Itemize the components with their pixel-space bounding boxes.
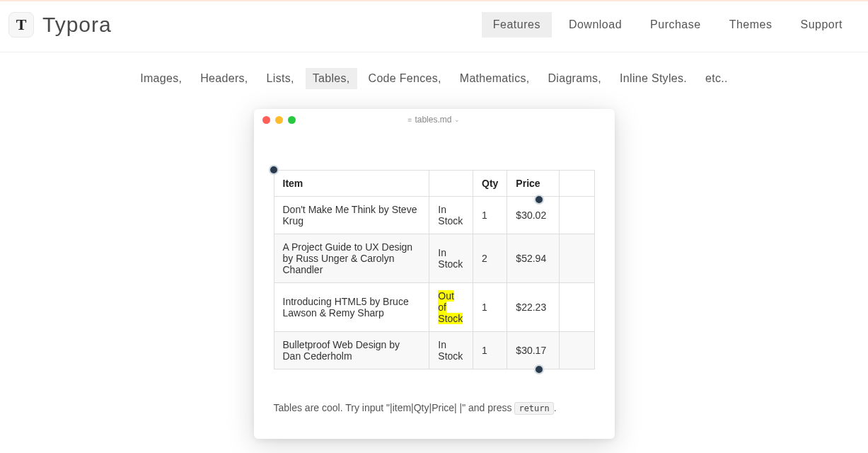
table-row[interactable]: A Project Guide to UX Design by Russ Ung… <box>274 234 594 283</box>
table-header[interactable]: Item <box>274 171 429 197</box>
caption-prefix: Tables are cool. Try input "|item|Qty|Pr… <box>274 402 515 413</box>
window-title-bar: ≡ tables.md ⌄ <box>254 109 615 130</box>
cell-stock[interactable]: In Stock <box>429 332 473 369</box>
minimize-icon[interactable] <box>275 116 283 124</box>
cell-stock[interactable]: Out of Stock <box>429 283 473 332</box>
feature-tab[interactable]: Mathematics, <box>453 68 537 89</box>
feature-tab[interactable]: Inline Styles. <box>613 68 694 89</box>
file-icon: ≡ <box>408 116 412 124</box>
feature-tab[interactable]: Code Fences, <box>361 68 449 89</box>
cell-qty[interactable]: 1 <box>473 283 507 332</box>
nav-item-purchase[interactable]: Purchase <box>639 12 712 38</box>
demo-table[interactable]: ItemQtyPrice Don't Make Me Think by Stev… <box>274 170 595 369</box>
logo-icon: T <box>8 12 34 38</box>
nav-item-download[interactable]: Download <box>557 12 633 38</box>
table-header[interactable] <box>559 171 594 197</box>
cell-empty[interactable] <box>559 197 594 234</box>
cell-item[interactable]: Introducing HTML5 by Bruce Lawson & Remy… <box>274 283 429 332</box>
resize-handle-bottom-right[interactable] <box>534 365 544 374</box>
cell-empty[interactable] <box>559 234 594 283</box>
feature-tab[interactable]: Diagrams, <box>541 68 609 89</box>
cell-stock[interactable]: In Stock <box>429 197 473 234</box>
cell-item[interactable]: A Project Guide to UX Design by Russ Ung… <box>274 234 429 283</box>
chevron-down-icon: ⌄ <box>454 116 460 123</box>
cell-price[interactable]: $52.94 <box>507 234 559 283</box>
cell-qty[interactable]: 1 <box>473 332 507 369</box>
nav-item-themes[interactable]: Themes <box>718 12 784 38</box>
caption-text: Tables are cool. Try input "|item|Qty|Pr… <box>274 402 595 413</box>
table-row[interactable]: Introducing HTML5 by Bruce Lawson & Remy… <box>274 283 594 332</box>
cell-price[interactable]: $22.23 <box>507 283 559 332</box>
resize-handle-top-left[interactable] <box>269 165 279 175</box>
brand[interactable]: T Typora <box>8 12 112 38</box>
table-header[interactable] <box>429 171 473 197</box>
table-row[interactable]: Bulletproof Web Design by Dan CederholmI… <box>274 332 594 369</box>
demo-window: ≡ tables.md ⌄ ItemQtyPrice Don't Make Me… <box>254 109 615 439</box>
feature-tabs: Images,Headers,Lists,Tables,Code Fences,… <box>0 52 868 102</box>
site-header: T Typora FeaturesDownloadPurchaseThemesS… <box>0 1 868 52</box>
cell-item[interactable]: Don't Make Me Think by Steve Krug <box>274 197 429 234</box>
cell-stock[interactable]: In Stock <box>429 234 473 283</box>
feature-tab[interactable]: Lists, <box>260 68 301 89</box>
traffic-lights <box>262 116 296 124</box>
close-icon[interactable] <box>262 116 270 124</box>
cell-qty[interactable]: 2 <box>473 234 507 283</box>
table-header[interactable]: Qty <box>473 171 507 197</box>
cell-empty[interactable] <box>559 332 594 369</box>
filename: tables.md <box>415 115 451 125</box>
window-title: ≡ tables.md ⌄ <box>254 115 615 125</box>
cell-price[interactable]: $30.17 <box>507 332 559 369</box>
resize-handle-top-right[interactable] <box>534 195 544 205</box>
maximize-icon[interactable] <box>288 116 296 124</box>
cell-price[interactable]: $30.02 <box>507 197 559 234</box>
feature-tab[interactable]: etc.. <box>698 68 735 89</box>
nav-item-features[interactable]: Features <box>482 12 552 38</box>
feature-tab[interactable]: Images, <box>133 68 189 89</box>
cell-qty[interactable]: 1 <box>473 197 507 234</box>
main-nav: FeaturesDownloadPurchaseThemesSupport <box>482 12 854 38</box>
feature-tab[interactable]: Headers, <box>193 68 255 89</box>
caption-suffix: . <box>554 402 557 413</box>
feature-tab[interactable]: Tables, <box>306 68 357 89</box>
keycap-return: return <box>514 402 553 415</box>
brand-name: Typora <box>42 13 112 37</box>
table-editor[interactable]: ItemQtyPrice Don't Make Me Think by Stev… <box>274 170 595 369</box>
cell-empty[interactable] <box>559 283 594 332</box>
table-row[interactable]: Don't Make Me Think by Steve KrugIn Stoc… <box>274 197 594 234</box>
document-body[interactable]: ItemQtyPrice Don't Make Me Think by Stev… <box>254 130 615 439</box>
cell-item[interactable]: Bulletproof Web Design by Dan Cederholm <box>274 332 429 369</box>
nav-item-support[interactable]: Support <box>789 12 854 38</box>
table-header[interactable]: Price <box>507 171 559 197</box>
